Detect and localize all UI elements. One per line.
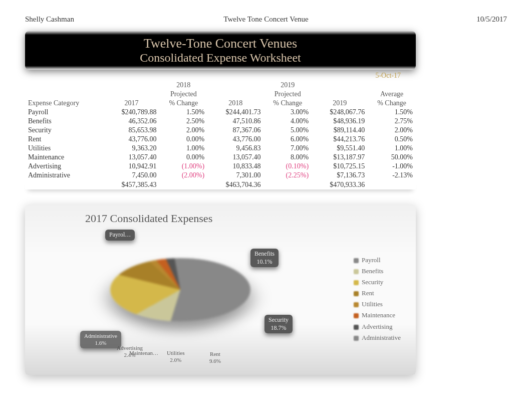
slice-label-payroll: Payrol… xyxy=(105,230,135,241)
cell-category: Maintenance xyxy=(25,153,103,162)
expense-table: 2018 2019 Projected Projected Average Ex… xyxy=(25,81,416,189)
cell-avg: 2.00% xyxy=(368,126,416,135)
cell-proj2018: 0.00% xyxy=(160,153,208,162)
cell-2017: 7,450.00 xyxy=(103,171,159,180)
cell-2019: $248,067.76 xyxy=(312,108,368,117)
cell-avg: 1.50% xyxy=(368,108,416,117)
sheet-date: 5-Oct-17 xyxy=(25,72,416,80)
slice-label-utilities: Utilities 2.0% xyxy=(163,348,188,365)
cell-avg: 50.00% xyxy=(368,153,416,162)
cell-2017: 85,653.98 xyxy=(103,126,159,135)
cell-2019: $7,136.73 xyxy=(312,171,368,180)
cell-2019: $89,114.40 xyxy=(312,126,368,135)
cell-proj2018: (2.00%) xyxy=(160,171,208,180)
cell-2017: 9,363.20 xyxy=(103,144,159,153)
slice-label-administrative: Administrative 1.6% xyxy=(80,331,121,348)
col-2018-proj-b: Projected xyxy=(160,90,208,99)
legend-payroll: Payroll xyxy=(354,255,401,266)
cell-2018: 7,301.00 xyxy=(207,171,263,180)
cell-2018: 9,456.83 xyxy=(207,144,263,153)
table-row: Administrative7,450.00(2.00%)7,301.00(2.… xyxy=(25,171,416,180)
cell-2019: $48,936.19 xyxy=(312,117,368,126)
cell-2017: 13,057.40 xyxy=(103,153,159,162)
legend-utilities: Utilities xyxy=(354,299,401,310)
cell-proj2019: (2.25%) xyxy=(263,171,312,180)
col-2018-proj-c: % Change xyxy=(160,99,208,108)
cell-avg: -2.13% xyxy=(368,171,416,180)
table-row: Security85,653.982.00%87,367.065.00%$89,… xyxy=(25,126,416,135)
cell-proj2018: 1.00% xyxy=(160,144,208,153)
cell-proj2019: 7.00% xyxy=(263,144,312,153)
report-title-line1: Twelve-Tone Concert Venues xyxy=(35,36,406,51)
col-2018: 2018 xyxy=(207,99,263,108)
cell-2017: 43,776.00 xyxy=(103,135,159,144)
legend-rent: Rent xyxy=(354,288,401,299)
table-row: Utilities9,363.201.00%9,456.837.00%$9,55… xyxy=(25,144,416,153)
legend-administrative: Administrative xyxy=(354,332,401,343)
chart-title: 2017 Consolidated Expenses xyxy=(85,212,212,225)
header-date: 10/5/2017 xyxy=(346,15,507,24)
cell-category: Rent xyxy=(25,135,103,144)
cell-proj2018: (1.00%) xyxy=(160,162,208,171)
total-2017: $457,385.43 xyxy=(103,180,159,189)
col-2019-proj-b: Projected xyxy=(263,90,312,99)
cell-proj2019: 3.00% xyxy=(263,108,312,117)
cell-2019: $9,551.40 xyxy=(312,144,368,153)
cell-category: Security xyxy=(25,126,103,135)
cell-proj2019: 4.00% xyxy=(263,117,312,126)
cell-2019: $44,213.76 xyxy=(312,135,368,144)
cell-proj2019: 5.00% xyxy=(263,126,312,135)
cell-proj2018: 1.50% xyxy=(160,108,208,117)
chart-legend: Payroll Benefits Security Rent Utilities… xyxy=(354,255,401,343)
col-2017: 2017 xyxy=(103,99,159,108)
cell-2018: $244,401.73 xyxy=(207,108,263,117)
header-title: Twelve Tone Concert Venue xyxy=(186,15,347,24)
cell-2017: 10,942.91 xyxy=(103,162,159,171)
cell-2018: 47,510.86 xyxy=(207,117,263,126)
legend-benefits: Benefits xyxy=(354,266,401,277)
col-avg-b: % Change xyxy=(368,99,416,108)
header-author: Shelly Cashman xyxy=(25,15,186,24)
cell-proj2018: 2.00% xyxy=(160,126,208,135)
legend-maintenance: Maintenance xyxy=(354,310,401,321)
cell-avg: -1.00% xyxy=(368,162,416,171)
cell-2017: 46,352.06 xyxy=(103,117,159,126)
col-2018-proj-a: 2018 xyxy=(160,81,208,90)
table-row: Payroll$240,789.881.50%$244,401.733.00%$… xyxy=(25,108,416,117)
cell-category: Payroll xyxy=(25,108,103,117)
cell-category: Administrative xyxy=(25,171,103,180)
cell-2018: 10,833.48 xyxy=(207,162,263,171)
pie-graphic xyxy=(110,235,250,345)
cell-2018: 43,776.00 xyxy=(207,135,263,144)
cell-proj2018: 2.50% xyxy=(160,117,208,126)
total-2018: $463,704.36 xyxy=(207,180,263,189)
cell-avg: 2.75% xyxy=(368,117,416,126)
col-category: Expense Category xyxy=(25,99,103,108)
cell-2018: 87,367.06 xyxy=(207,126,263,135)
col-avg-a: Average xyxy=(368,90,416,99)
slice-label-security: Security 18.7% xyxy=(264,315,293,333)
cell-category: Benefits xyxy=(25,117,103,126)
table-row: Benefits46,352.062.50%47,510.864.00%$48,… xyxy=(25,117,416,126)
total-row: $457,385.43 $463,704.36 $470,933.36 xyxy=(25,180,416,189)
cell-proj2019: (0.10%) xyxy=(263,162,312,171)
cell-category: Advertising xyxy=(25,162,103,171)
col-2019: 2019 xyxy=(312,99,368,108)
expense-tbody: Payroll$240,789.881.50%$244,401.733.00%$… xyxy=(25,108,416,180)
cell-2019: $10,725.15 xyxy=(312,162,368,171)
slice-label-benefits: Benefits 10.1% xyxy=(250,249,279,267)
report-title-line2: Consolidated Expense Worksheet xyxy=(35,51,406,65)
cell-category: Utilities xyxy=(25,144,103,153)
legend-security: Security xyxy=(354,277,401,288)
table-row: Rent43,776.000.00%43,776.006.00%$44,213.… xyxy=(25,135,416,144)
slice-label-rent: Rent 9.6% xyxy=(205,349,225,366)
cell-proj2019: 8.00% xyxy=(263,153,312,162)
cell-avg: 1.00% xyxy=(368,144,416,153)
cell-2019: $13,187.97 xyxy=(312,153,368,162)
page-header: Shelly Cashman Twelve Tone Concert Venue… xyxy=(25,15,507,24)
cell-2018: 13,057.40 xyxy=(207,153,263,162)
cell-proj2019: 6.00% xyxy=(263,135,312,144)
table-row: Advertising10,942.91(1.00%)10,833.48(0.1… xyxy=(25,162,416,171)
cell-proj2018: 0.00% xyxy=(160,135,208,144)
total-2019: $470,933.36 xyxy=(312,180,368,189)
